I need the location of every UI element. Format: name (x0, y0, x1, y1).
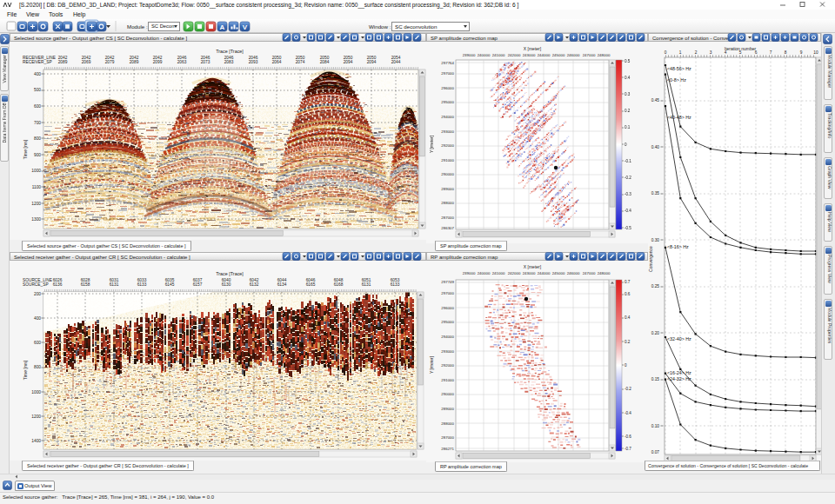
svg-text:<8-16> Hz: <8-16> Hz (667, 244, 689, 249)
svg-text:286307: 286307 (441, 226, 454, 230)
svg-text:<0-8> Hz: <0-8> Hz (667, 77, 686, 83)
svg-text:286271: 286271 (441, 447, 454, 451)
svg-text:1000: 1000 (31, 169, 41, 173)
svg-text:290000: 290000 (441, 392, 454, 396)
svg-text:0.45: 0.45 (651, 98, 660, 103)
svg-text:0: 0 (665, 50, 667, 55)
svg-text:-0.2: -0.2 (625, 176, 631, 180)
svg-text:2063: 2063 (177, 60, 187, 64)
svg-text:0.7: 0.7 (625, 280, 631, 284)
svg-text:1200: 1200 (31, 414, 41, 419)
svg-text:1100: 1100 (32, 185, 42, 189)
svg-text:0.15: 0.15 (651, 377, 660, 381)
svg-text:240000: 240000 (478, 271, 491, 275)
svg-text:240000: 240000 (478, 53, 491, 57)
svg-text:-0.2: -0.2 (625, 387, 631, 391)
svg-text:200: 200 (34, 292, 41, 296)
svg-text:<40-48> Hz: <40-48> Hz (667, 115, 691, 120)
svg-text:2089: 2089 (130, 60, 139, 64)
svg-text:10: 10 (813, 50, 818, 55)
svg-text:9: 9 (800, 50, 803, 55)
svg-text:600: 600 (34, 341, 41, 345)
svg-text:X [meter]: X [meter] (524, 46, 542, 51)
svg-text:0.5: 0.5 (625, 59, 631, 63)
svg-text:0.25: 0.25 (651, 284, 660, 288)
svg-text:241000: 241000 (492, 53, 505, 57)
svg-text:294000: 294000 (441, 335, 454, 339)
svg-text:2: 2 (695, 50, 698, 55)
svg-text:245000: 245000 (552, 271, 565, 275)
svg-text:-0.1: -0.1 (625, 159, 631, 163)
svg-text:A: A (220, 23, 225, 31)
svg-text:0.2: 0.2 (625, 109, 631, 113)
svg-text:242000: 242000 (508, 53, 521, 57)
svg-text:242000: 242000 (508, 271, 521, 275)
svg-text:2083: 2083 (224, 60, 234, 64)
svg-text:0.07: 0.07 (651, 450, 660, 454)
svg-text:900: 900 (34, 153, 41, 157)
svg-text:0.35: 0.35 (651, 191, 660, 196)
svg-text:297764: 297764 (441, 61, 454, 65)
svg-text:287000: 287000 (441, 216, 454, 220)
svg-text:2089: 2089 (58, 60, 68, 64)
svg-text:6133: 6133 (391, 282, 400, 287)
svg-text:246000: 246000 (567, 53, 580, 57)
svg-text:2079: 2079 (105, 60, 115, 64)
svg-text:6145: 6145 (165, 282, 175, 287)
svg-text:-0.4: -0.4 (625, 411, 631, 415)
svg-text:4: 4 (725, 50, 727, 55)
svg-text:0.10: 0.10 (651, 424, 660, 428)
svg-text:294000: 294000 (441, 115, 454, 119)
svg-text:6158: 6158 (81, 282, 90, 287)
svg-text:Y [meter]: Y [meter] (429, 355, 434, 374)
svg-text:2093: 2093 (249, 60, 258, 64)
svg-text:6133: 6133 (137, 282, 147, 287)
svg-text:293000: 293000 (441, 129, 454, 134)
svg-text:-0.3: -0.3 (625, 192, 631, 196)
svg-text:2073: 2073 (201, 60, 210, 64)
svg-text:288000: 288000 (441, 421, 454, 426)
svg-text:247000: 247000 (583, 271, 596, 275)
svg-text:0.1: 0.1 (625, 125, 631, 129)
svg-text:239000: 239000 (463, 271, 476, 275)
svg-text:400: 400 (34, 72, 41, 76)
svg-text:400: 400 (34, 316, 41, 321)
svg-text:295000: 295000 (441, 100, 454, 104)
svg-text:6: 6 (755, 50, 758, 55)
svg-text:X [meter]: X [meter] (524, 264, 542, 269)
svg-text:Time [ms]: Time [ms] (23, 139, 28, 159)
svg-text:1: 1 (679, 50, 682, 55)
svg-text:0.20: 0.20 (651, 331, 660, 335)
svg-text:6168: 6168 (334, 282, 344, 287)
svg-text:6132: 6132 (250, 282, 259, 287)
svg-text:292000: 292000 (441, 363, 454, 368)
svg-text:6130: 6130 (222, 282, 231, 287)
svg-text:2094: 2094 (344, 60, 353, 64)
svg-text:239000: 239000 (463, 53, 476, 57)
svg-text:2074: 2074 (296, 60, 305, 64)
svg-text:SOURCE_SP: SOURCE_SP (23, 282, 49, 287)
svg-text:0.3: 0.3 (625, 92, 631, 96)
svg-text:<16-24> Hz: <16-24> Hz (667, 370, 691, 375)
svg-text:1000: 1000 (31, 390, 41, 395)
svg-text:6131: 6131 (110, 282, 119, 287)
svg-text:6131: 6131 (362, 282, 371, 287)
svg-text:-0.6: -0.6 (625, 434, 631, 439)
svg-text:6134: 6134 (277, 282, 287, 287)
svg-text:<48-56> Hz: <48-56> Hz (667, 66, 691, 71)
svg-text:248000: 248000 (598, 271, 611, 275)
svg-text:0.4: 0.4 (625, 315, 631, 320)
svg-text:297000: 297000 (441, 71, 454, 76)
svg-text:0.4: 0.4 (625, 76, 631, 80)
svg-text:8: 8 (785, 50, 787, 55)
svg-text:244000: 244000 (538, 53, 551, 57)
svg-text:<32-40> Hz: <32-40> Hz (667, 336, 691, 342)
svg-text:247000: 247000 (583, 53, 596, 57)
svg-text:Time [ms]: Time [ms] (23, 360, 28, 380)
svg-text:6165: 6165 (306, 282, 316, 287)
svg-text:0.40: 0.40 (651, 145, 660, 149)
svg-text:297749: 297749 (441, 280, 454, 284)
svg-text:295000: 295000 (441, 320, 454, 324)
svg-text:600: 600 (34, 104, 41, 109)
svg-text:2044: 2044 (391, 60, 401, 64)
